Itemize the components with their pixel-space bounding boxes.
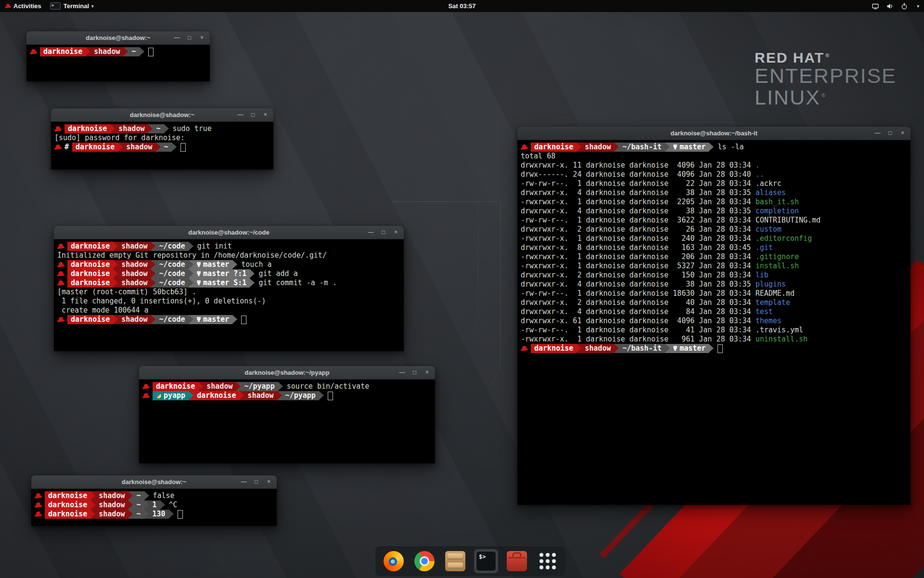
window-titlebar[interactable]: darknoise@shadow:~/pyapp—□×	[139, 366, 435, 380]
terminal-line: -rwxrwxr-x. 1 darknoise darknoise 961 Ja…	[521, 335, 907, 344]
power-icon[interactable]	[900, 2, 908, 10]
powerline-separator	[232, 315, 237, 324]
powerline-separator	[151, 315, 155, 324]
dock-item-terminal[interactable]: $>	[474, 549, 498, 573]
redhat-prompt-icon	[57, 271, 64, 277]
ls-columns: -rw-rw-r--. 1 darknoise darknoise 3622 J…	[521, 216, 756, 225]
file-name: CONTRIBUTING.md	[756, 216, 821, 225]
close-button[interactable]: ×	[393, 226, 399, 239]
powerline-separator	[198, 382, 203, 391]
powerline-separator	[577, 143, 581, 152]
file-name: install.sh	[756, 262, 799, 271]
window-titlebar[interactable]: darknoise@shadow:~—□×	[31, 475, 277, 489]
terminal-window[interactable]: darknoise@shadow:~/code—□×darknoiseshado…	[54, 226, 404, 351]
dock-item-toolbox[interactable]	[505, 549, 529, 573]
window-titlebar[interactable]: darknoise@shadow:~—□×	[26, 31, 210, 45]
terminal-window[interactable]: darknoise@shadow:~/bash-it—□×darknoisesh…	[517, 127, 911, 505]
chevron-down-icon[interactable]: ▾	[917, 4, 919, 9]
maximize-button[interactable]: □	[186, 31, 192, 44]
terminal-content[interactable]: darknoiseshadow~/bash-itΨmasterls -latot…	[517, 140, 911, 505]
terminal-window[interactable]: darknoise@shadow:~/pyapp—□×darknoiseshad…	[139, 366, 435, 463]
prompt-segment-user: darknoise	[45, 500, 90, 510]
terminal-line: drwxrwxr-x. 2 darknoise darknoise 26 Jan…	[521, 225, 907, 234]
terminal-cursor	[178, 510, 183, 519]
terminal-content[interactable]: darknoiseshadow~/pyappsource bin/activat…	[139, 380, 435, 463]
command-text: touch a	[241, 260, 271, 269]
terminal-window[interactable]: darknoise@shadow:~—□×darknoiseshadow~fal…	[31, 475, 277, 526]
powerline-separator	[189, 242, 193, 251]
minimize-button[interactable]: —	[174, 31, 180, 44]
maximize-button[interactable]: □	[250, 108, 256, 121]
close-button[interactable]: ×	[899, 127, 906, 140]
window-titlebar[interactable]: darknoise@shadow:~/bash-it—□×	[517, 127, 911, 140]
terminal-output-line: create mode 100644 a	[57, 306, 400, 315]
minimize-button[interactable]: —	[874, 127, 881, 140]
grid-dot	[552, 559, 556, 563]
powerline-separator	[277, 391, 282, 400]
prompt-segment-user: darknoise	[67, 260, 113, 269]
dock-item-files[interactable]	[443, 549, 467, 573]
file-name: bash_it.sh	[756, 197, 799, 207]
close-button[interactable]: ×	[262, 108, 269, 121]
display-icon[interactable]	[871, 2, 879, 10]
prompt-segment-host: shadow	[118, 278, 151, 288]
maximize-button[interactable]: □	[411, 366, 418, 379]
prompt-segment-user: darknoise	[531, 143, 577, 152]
dock-item-chrome[interactable]	[412, 549, 436, 573]
window-titlebar[interactable]: darknoise@shadow:~/code—□×	[54, 226, 404, 239]
powerline-separator	[319, 391, 324, 400]
maximize-button[interactable]: □	[253, 475, 259, 488]
minimize-button[interactable]: —	[368, 226, 374, 239]
window-titlebar[interactable]: darknoise@shadow:~—□×	[51, 108, 273, 122]
terminal-line: darknoiseshadow~1^C	[35, 500, 273, 510]
terminal-window[interactable]: darknoise@shadow:~—□×darknoiseshadow~	[26, 31, 210, 81]
minimize-button[interactable]: —	[241, 475, 247, 488]
prompt-segment-path: ~	[153, 124, 164, 133]
close-button[interactable]: ×	[199, 31, 205, 44]
ls-columns: drwxrwxr-x. 2 darknoise darknoise 150 Ja…	[521, 271, 756, 280]
powerline-separator	[144, 491, 149, 500]
ls-columns: drwxrwxr-x. 8 darknoise darknoise 163 Ja…	[521, 243, 756, 252]
file-name: aliases	[756, 188, 786, 197]
terminal-line: drwxrwxr-x. 8 darknoise darknoise 163 Ja…	[521, 243, 907, 252]
prompt-segment-path: ~	[128, 47, 139, 56]
prompt-segment-host: shadow	[123, 143, 155, 152]
ls-columns: drwxrwxr-x. 2 darknoise darknoise 40 Jan…	[521, 298, 756, 307]
root-prompt-char: #	[64, 143, 69, 152]
file-name: .ackrc	[756, 179, 782, 188]
file-name: test	[756, 307, 773, 316]
prompt-segment-git: Ψmaster	[670, 344, 709, 353]
powerline-separator	[169, 510, 174, 519]
dock-item-apps[interactable]	[536, 549, 560, 573]
minimize-button[interactable]: —	[237, 108, 244, 121]
volume-icon[interactable]	[886, 2, 894, 10]
ls-columns: drwxrwxr-x. 4 darknoise darknoise 38 Jan…	[521, 280, 756, 289]
redhat-prompt-icon	[142, 384, 150, 390]
dock-item-firefox[interactable]	[382, 549, 406, 573]
powerline-separator	[189, 315, 193, 324]
powerline-separator	[140, 47, 144, 56]
powerline-separator	[144, 510, 149, 519]
terminal-line: -rw-rw-r--. 1 darknoise darknoise 22 Jan…	[521, 179, 907, 188]
terminal-content[interactable]: darknoiseshadow~falsedarknoiseshadow~1^C…	[31, 489, 277, 526]
close-button[interactable]: ×	[424, 366, 430, 379]
terminal-line: drwxrwxr-x. 4 darknoise darknoise 38 Jan…	[521, 207, 907, 216]
git-branch-icon: Ψ	[673, 143, 677, 152]
terminal-line: darknoiseshadow~/codeΨmaster S:1git comm…	[57, 278, 400, 288]
ls-columns: drwxrwxr-x. 11 darknoise darknoise 4096 …	[521, 161, 756, 170]
window-title: darknoise@shadow:~/code	[54, 229, 404, 236]
terminal-line: drwxrwxr-x. 11 darknoise darknoise 4096 …	[521, 161, 907, 170]
clock[interactable]: Sat 03:57	[0, 2, 924, 10]
minimize-button[interactable]: —	[399, 366, 405, 379]
maximize-button[interactable]: □	[887, 127, 893, 140]
maximize-button[interactable]: □	[380, 226, 386, 239]
terminal-window[interactable]: darknoise@shadow:~—□×darknoiseshadow~sud…	[51, 108, 273, 170]
file-name: completion	[756, 207, 799, 216]
file-name: lib	[756, 271, 769, 280]
close-button[interactable]: ×	[266, 475, 272, 488]
terminal-content[interactable]: darknoiseshadow~sudo true[sudo] password…	[51, 122, 273, 170]
terminal-content[interactable]: darknoiseshadow~	[26, 45, 210, 81]
prompt-segment-path: ~/pyapp	[241, 382, 278, 391]
terminal-content[interactable]: darknoiseshadow~/codegit initInitialized…	[54, 239, 404, 351]
powerline-separator	[113, 278, 118, 288]
